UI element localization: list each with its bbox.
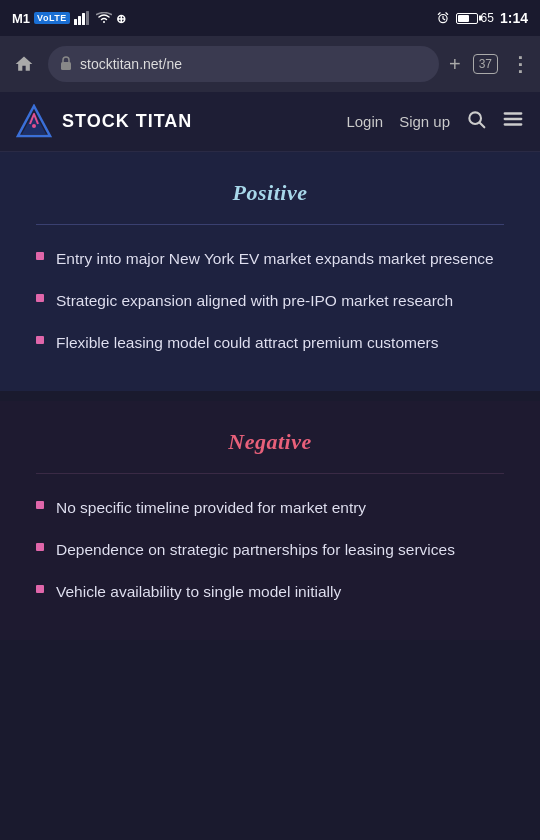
- negative-item-1: No specific timeline provided for market…: [56, 496, 366, 520]
- positive-list: Entry into major New York EV market expa…: [36, 247, 504, 355]
- bullet-icon: [36, 585, 44, 593]
- navbar-logo: STOCK TITAN: [16, 104, 346, 140]
- home-icon[interactable]: [10, 50, 38, 78]
- bullet-icon: [36, 336, 44, 344]
- bullet-icon: [36, 501, 44, 509]
- alarm-icon: [436, 11, 450, 25]
- list-item: Entry into major New York EV market expa…: [36, 247, 504, 271]
- battery-indicator: 65: [456, 11, 494, 25]
- list-item: Dependence on strategic partnerships for…: [36, 538, 504, 562]
- signup-link[interactable]: Sign up: [399, 113, 450, 130]
- bullet-icon: [36, 543, 44, 551]
- login-link[interactable]: Login: [346, 113, 383, 130]
- bullet-icon: [36, 252, 44, 260]
- bullet-icon: [36, 294, 44, 302]
- svg-rect-1: [78, 16, 81, 25]
- url-text: stocktitan.net/ne: [80, 56, 427, 72]
- status-carrier: M1 VoLTE ⊕: [12, 11, 130, 26]
- svg-point-9: [32, 124, 36, 128]
- main-content: Positive Entry into major New York EV ma…: [0, 152, 540, 640]
- positive-title: Positive: [36, 180, 504, 206]
- navbar: STOCK TITAN Login Sign up: [0, 92, 540, 152]
- search-icon[interactable]: [466, 109, 486, 134]
- list-item: Vehicle availability to single model ini…: [36, 580, 504, 604]
- logo-text: STOCK TITAN: [62, 111, 192, 132]
- positive-item-2: Strategic expansion aligned with pre-IPO…: [56, 289, 453, 313]
- browser-menu-button[interactable]: ⋮: [510, 52, 530, 76]
- svg-text:⊕: ⊕: [116, 12, 126, 25]
- extra-status-icon: ⊕: [116, 11, 130, 25]
- svg-rect-0: [74, 19, 77, 25]
- status-bar: M1 VoLTE ⊕: [0, 0, 540, 36]
- negative-title: Negative: [36, 429, 504, 455]
- svg-line-11: [480, 123, 485, 128]
- signal-icon: [74, 11, 92, 25]
- browser-actions: + 37 ⋮: [449, 52, 530, 76]
- status-time: 1:14: [500, 10, 528, 26]
- logo-icon: [16, 104, 52, 140]
- menu-icon[interactable]: [502, 108, 524, 135]
- list-item: No specific timeline provided for market…: [36, 496, 504, 520]
- lock-icon: [60, 56, 72, 73]
- positive-item-1: Entry into major New York EV market expa…: [56, 247, 494, 271]
- negative-divider: [36, 473, 504, 474]
- svg-rect-2: [82, 13, 85, 25]
- new-tab-button[interactable]: +: [449, 53, 461, 76]
- positive-divider: [36, 224, 504, 225]
- tab-count[interactable]: 37: [473, 54, 498, 74]
- browser-chrome: stocktitan.net/ne + 37 ⋮: [0, 36, 540, 92]
- negative-item-3: Vehicle availability to single model ini…: [56, 580, 341, 604]
- svg-rect-3: [86, 11, 89, 25]
- wifi-icon: [96, 12, 112, 25]
- positive-section: Positive Entry into major New York EV ma…: [0, 152, 540, 391]
- negative-item-2: Dependence on strategic partnerships for…: [56, 538, 455, 562]
- svg-rect-6: [61, 62, 71, 70]
- negative-section: Negative No specific timeline provided f…: [0, 401, 540, 640]
- navbar-links: Login Sign up: [346, 108, 524, 135]
- list-item: Flexible leasing model could attract pre…: [36, 331, 504, 355]
- list-item: Strategic expansion aligned with pre-IPO…: [36, 289, 504, 313]
- battery-percent: 65: [481, 11, 494, 25]
- positive-item-3: Flexible leasing model could attract pre…: [56, 331, 439, 355]
- volte-badge: VoLTE: [34, 12, 70, 24]
- status-right: 65 1:14: [436, 10, 528, 26]
- negative-list: No specific timeline provided for market…: [36, 496, 504, 604]
- address-bar[interactable]: stocktitan.net/ne: [48, 46, 439, 82]
